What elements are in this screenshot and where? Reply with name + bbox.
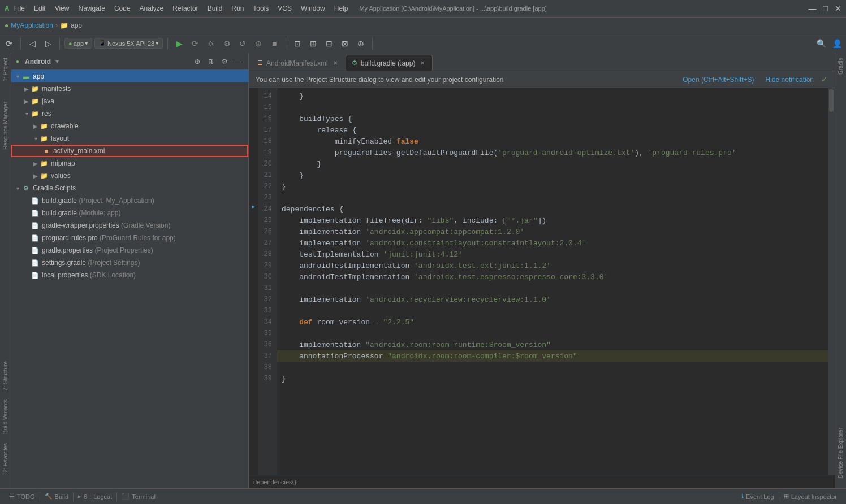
tree-arrow-gradle: ▾ xyxy=(14,185,21,192)
search-btn[interactable]: 🔍 xyxy=(814,37,828,50)
tab-manifest[interactable]: ☰ AndroidManifest.xml ✕ xyxy=(251,55,346,71)
sidebar-label-structure[interactable]: Z: Structure xyxy=(1,357,10,395)
tree-label-values: values xyxy=(51,172,71,180)
tree-item-values[interactable]: ▶ 📁 values xyxy=(11,170,248,182)
prop-icon-3: 📄 xyxy=(31,271,40,280)
tree-item-app[interactable]: ▾ ▬ app xyxy=(11,70,248,82)
toolbar-btn-10[interactable]: ⊠ xyxy=(338,37,352,50)
minimize-btn[interactable]: — xyxy=(809,4,817,13)
terminal-icon: ⬛ xyxy=(122,493,130,500)
status-logcat[interactable]: ▸ 6: Logcat xyxy=(74,493,116,500)
menu-refactor[interactable]: Refactor xyxy=(172,5,198,12)
sidebar-label-gradle[interactable]: Gradle xyxy=(836,53,845,79)
code-line-22: } xyxy=(277,181,828,192)
tree-item-proguard[interactable]: 📄 proguard-rules.pro (ProGuard Rules for… xyxy=(11,232,248,244)
tree-item-local-props[interactable]: 📄 local.properties (SDK Location) xyxy=(11,269,248,281)
panel-dropdown-icon[interactable]: ▾ xyxy=(55,58,59,66)
status-todo[interactable]: ☰ TODO xyxy=(5,493,40,500)
close-btn[interactable]: ✕ xyxy=(835,4,841,13)
status-terminal[interactable]: ⬛ Terminal xyxy=(117,493,160,500)
menu-tools[interactable]: Tools xyxy=(253,5,269,12)
todo-label: TODO xyxy=(17,493,35,500)
toolbar-forward-btn[interactable]: ▷ xyxy=(41,37,55,50)
tree-item-mipmap[interactable]: ▶ 📁 mipmap xyxy=(11,157,248,170)
toolbar-btn-11[interactable]: ⊕ xyxy=(354,37,368,50)
scrollbar-thumb[interactable] xyxy=(829,89,834,112)
status-event-log[interactable]: ℹ Event Log xyxy=(737,493,779,500)
toolbar-btn-6[interactable]: ⊕ xyxy=(252,37,265,50)
maximize-btn[interactable]: □ xyxy=(823,4,828,13)
toolbar-btn-9[interactable]: ⊟ xyxy=(322,37,336,50)
tree-item-build-project[interactable]: 📄 build.gradle (Project: My_Application) xyxy=(11,194,248,207)
tree-item-settings[interactable]: 📄 settings.gradle (Project Settings) xyxy=(11,257,248,269)
tree-item-gradle-props[interactable]: 📄 gradle.properties (Project Properties) xyxy=(11,244,248,257)
vertical-scrollbar[interactable] xyxy=(828,88,835,475)
menu-analyze[interactable]: Analyze xyxy=(140,5,164,12)
run-btn[interactable]: ▶ xyxy=(172,37,186,50)
toolbar-btn-7[interactable]: ⊡ xyxy=(291,37,304,50)
breadcrumb-project[interactable]: MyApplication xyxy=(11,21,53,29)
file-tree: ▾ ▬ app ▶ 📁 manifests ▶ 📁 java xyxy=(11,70,248,488)
notification-open-link[interactable]: Open (Ctrl+Alt+Shift+S) xyxy=(683,76,754,84)
device-selector[interactable]: ● app ▾ xyxy=(64,38,92,49)
tab-manifest-close[interactable]: ✕ xyxy=(331,59,339,67)
linenum-31: 31 xyxy=(258,283,277,294)
menu-build[interactable]: Build xyxy=(208,5,223,12)
toolbar-sync-btn[interactable]: ⟳ xyxy=(2,37,16,50)
tree-item-drawable[interactable]: ▶ 📁 drawable xyxy=(11,120,248,132)
tree-label-build-app: build.gradle (Module: app) xyxy=(42,209,120,217)
tree-item-manifests[interactable]: ▶ 📁 manifests xyxy=(11,82,248,95)
sidebar-label-project[interactable]: 1: Project xyxy=(1,53,10,86)
menu-run[interactable]: Run xyxy=(231,5,244,12)
debug-btn[interactable]: ⟳ xyxy=(188,37,202,50)
profile-btn[interactable]: ⚙ xyxy=(220,37,234,50)
coverage-btn[interactable]: ⛭ xyxy=(204,37,218,50)
menu-code[interactable]: Code xyxy=(114,5,131,12)
tab-build-gradle[interactable]: ⚙ build.gradle (:app) ✕ xyxy=(346,55,433,71)
tree-item-gradle-wrapper[interactable]: 📄 gradle-wrapper.properties (Gradle Vers… xyxy=(11,219,248,232)
panel-hide-btn[interactable]: — xyxy=(232,56,244,67)
tree-item-res[interactable]: ▾ 📁 res xyxy=(11,107,248,120)
tree-item-java[interactable]: ▶ 📁 java xyxy=(11,95,248,107)
profile-icon[interactable]: 👤 xyxy=(830,37,844,50)
sidebar-label-build-variants[interactable]: Build Variants xyxy=(1,395,10,438)
menu-window[interactable]: Window xyxy=(301,5,325,12)
sidebar-label-favorites[interactable]: 2: Favorites xyxy=(1,438,10,477)
toolbar-btn-8[interactable]: ⊞ xyxy=(307,37,320,50)
tree-item-gradle-scripts[interactable]: ▾ ⚙ Gradle Scripts xyxy=(11,182,248,194)
panel-settings-btn[interactable]: ⚙ xyxy=(219,56,230,67)
linenum-38: 38 xyxy=(258,362,277,373)
tree-item-activity-main[interactable]: ■ activity_main.xml ◄ 削除 xyxy=(11,145,248,157)
tree-arrow-values: ▶ xyxy=(32,173,40,179)
menu-view[interactable]: View xyxy=(55,5,70,12)
code-content[interactable]: } buildTypes { release { minifyEnabled f… xyxy=(277,88,828,475)
menu-bar: File Edit View Navigate Code Analyze Ref… xyxy=(14,5,348,12)
status-layout-inspector[interactable]: ⊞ Layout Inspector xyxy=(779,493,841,500)
build-label: Build xyxy=(55,493,68,500)
linenum-15: 15 xyxy=(258,102,277,113)
menu-edit[interactable]: Edit xyxy=(34,5,46,12)
panel-link-btn[interactable]: ⇅ xyxy=(205,56,217,67)
stop-btn[interactable]: ■ xyxy=(267,37,281,50)
menu-vcs[interactable]: VCS xyxy=(278,5,292,12)
breadcrumb-app[interactable]: app xyxy=(71,21,82,29)
toolbar-btn-5[interactable]: ↺ xyxy=(236,37,249,50)
avd-selector[interactable]: 📱 Nexus 5X API 28 ▾ xyxy=(94,38,163,49)
toolbar-back-btn[interactable]: ◁ xyxy=(25,37,39,50)
tab-gradle-close[interactable]: ✕ xyxy=(418,59,426,67)
menu-help[interactable]: Help xyxy=(334,5,348,12)
sidebar-label-device-file[interactable]: Device File Explorer xyxy=(836,423,845,483)
notification-dismiss-btn[interactable]: Hide notification xyxy=(766,76,814,84)
layout-inspector-label: Layout Inspector xyxy=(791,493,837,500)
pro-icon: 📄 xyxy=(31,233,40,242)
tree-item-layout[interactable]: ▾ 📁 layout xyxy=(11,132,248,145)
sidebar-label-resource[interactable]: Resource Manager xyxy=(1,97,10,154)
toolbar-sep-1 xyxy=(20,38,21,49)
menu-file[interactable]: File xyxy=(14,5,25,12)
tree-item-build-app[interactable]: 📄 build.gradle (Module: app) xyxy=(11,207,248,219)
status-build[interactable]: 🔨 Build xyxy=(40,493,73,500)
panel-scope-btn[interactable]: ⊕ xyxy=(192,56,203,67)
arrow-32 xyxy=(249,292,258,303)
menu-navigate[interactable]: Navigate xyxy=(79,5,105,12)
code-line-27: implementation 'androidx.constraintlayou… xyxy=(277,237,828,249)
